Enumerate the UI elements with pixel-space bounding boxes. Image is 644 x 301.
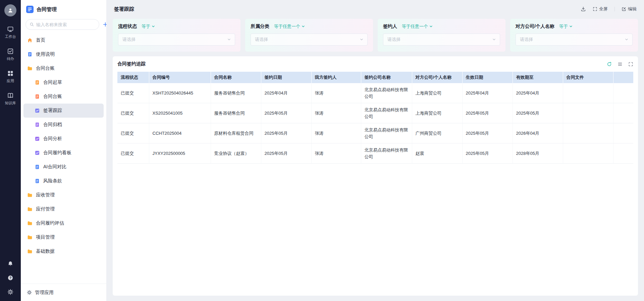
bell-icon[interactable] — [7, 261, 13, 267]
sidebar-item-合同履约评估[interactable]: 合同履约评估 — [23, 216, 104, 230]
filter-label: 所属分类 — [251, 23, 269, 29]
table-cell: 已提交 — [117, 83, 149, 103]
fullscreen-button[interactable]: 全屏 — [593, 6, 608, 12]
search-input[interactable] — [36, 22, 95, 27]
filter-operator[interactable]: 等于 — [142, 23, 155, 29]
sidebar-item-应收管理[interactable]: 应收管理 — [23, 188, 104, 202]
column-header[interactable]: 签约公司名称 — [361, 72, 412, 83]
edit-button[interactable]: 编辑 — [622, 6, 637, 12]
table-row[interactable]: 已提交XSHT202504026445服务器销售合同2025年04月张涛北京易点… — [117, 83, 633, 103]
rail-item-待办[interactable]: 待办 — [7, 48, 14, 61]
doc-icon — [35, 122, 40, 127]
topbar: 签署跟踪 全屏 编辑 — [107, 0, 644, 18]
rail-item-应用[interactable]: 应用 — [7, 70, 14, 83]
knowledge-icon — [7, 92, 14, 99]
sidebar-item-签署跟踪[interactable]: 签署跟踪 — [23, 104, 104, 118]
sidebar-item-合同台账[interactable]: 合同台账 — [23, 89, 104, 104]
home-icon — [27, 38, 33, 43]
table-cell: 张涛 — [311, 103, 361, 123]
sidebar-item-合同起草[interactable]: 合同起草 — [23, 75, 104, 89]
sidebar-item-合同分析[interactable]: 合同分析 — [23, 132, 104, 146]
table-cell — [563, 83, 613, 103]
filter-select[interactable]: 请选择 — [383, 34, 500, 46]
sidebar: 合同管理 首页使用说明合同台账合同起草合同台账签署跟踪合同归档合同分析合同履约看… — [21, 0, 107, 301]
column-header[interactable]: 签约日期 — [261, 72, 311, 83]
filter-select[interactable]: 请选择 — [251, 34, 368, 46]
table-cell: 已提交 — [117, 103, 149, 123]
sidebar-item-合同履约看板[interactable]: 合同履约看板 — [23, 146, 104, 160]
sidebar-item-基础数据[interactable]: 基础数据 — [23, 244, 104, 258]
sidebar-header: 合同管理 — [21, 0, 106, 16]
table-cell: CCHT2025004 — [149, 123, 211, 143]
sidebar-item-首页[interactable]: 首页 — [23, 33, 104, 47]
table-row[interactable]: 已提交JYXY202500005竞业协议（赵震）2025年05月张涛北京易点易动… — [117, 143, 633, 164]
help-icon[interactable]: ? — [7, 275, 13, 281]
table-scroll-area[interactable]: 流程状态合同编号合同名称签约日期我方签约人签约公司名称对方公司/个人名称生效日期… — [117, 72, 633, 292]
table-cell — [563, 143, 613, 164]
table-cell: 张涛 — [311, 123, 361, 143]
column-header[interactable]: 对方公司/个人名称 — [412, 72, 462, 83]
sidebar-item-label: 合同台账 — [36, 65, 55, 71]
user-avatar[interactable] — [4, 4, 16, 16]
sidebar-item-合同台账[interactable]: 合同台账 — [23, 61, 104, 75]
table-cell: 张涛 — [311, 143, 361, 164]
filter-label: 签约人 — [383, 23, 397, 29]
manage-apps-button[interactable]: 管理应用 — [21, 284, 106, 301]
column-header[interactable]: 生效日期 — [462, 72, 513, 83]
sidebar-item-使用说明[interactable]: 使用说明 — [23, 47, 104, 61]
table-row[interactable]: 已提交XS2025041005服务器销售合同2025年05月张涛北京易点易动科技… — [117, 103, 633, 123]
filter-operator[interactable]: 等于任意一个 — [274, 23, 305, 29]
sidebar-item-应付管理[interactable]: 应付管理 — [23, 202, 104, 216]
topbar-actions: 全屏 编辑 — [581, 6, 637, 12]
sidebar-item-label: 应收管理 — [36, 192, 55, 198]
filter-card-3: 对方公司/个人名称 等于 请选择 — [510, 19, 638, 52]
column-header[interactable]: 流程状态 — [117, 72, 149, 83]
gear-icon[interactable] — [7, 289, 13, 295]
table-row[interactable]: 已提交CCHT2025004原材料仓库租赁合同2025年05月张涛北京易点易动科… — [117, 123, 633, 143]
filter-select[interactable]: 请选择 — [118, 34, 235, 46]
filter-operator[interactable]: 等于 — [559, 23, 573, 29]
rail-item-工作台[interactable]: 工作台 — [5, 26, 16, 39]
download-icon[interactable] — [581, 6, 586, 12]
table-cell: 服务器销售合同 — [211, 103, 261, 123]
apps-icon — [7, 70, 14, 77]
filter-operator[interactable]: 等于任意一个 — [402, 23, 433, 29]
rail-bottom: ? — [7, 261, 13, 295]
expand-icon[interactable] — [628, 62, 633, 67]
sidebar-item-label: 首页 — [36, 37, 45, 43]
table-tools — [607, 62, 633, 67]
table-cell: JYXY202500005 — [149, 143, 211, 164]
doc-icon — [27, 52, 33, 57]
sidebar-item-合同归档[interactable]: 合同归档 — [23, 118, 104, 132]
table-cell: 北京易点易动科技有限公司 — [361, 123, 412, 143]
sidebar-item-项目管理[interactable]: 项目管理 — [23, 230, 104, 244]
table-cell: 已提交 — [117, 123, 149, 143]
search-box[interactable] — [25, 19, 99, 30]
column-header[interactable]: 合同名称 — [211, 72, 261, 83]
list-view-icon[interactable] — [618, 62, 623, 67]
rail-item-label: 待办 — [7, 56, 14, 61]
sidebar-item-label: AI合同对比 — [43, 164, 66, 170]
column-header[interactable]: 我方签约人 — [311, 72, 361, 83]
sidebar-item-风险条款[interactable]: 风险条款 — [23, 174, 104, 188]
todo-icon — [7, 48, 14, 55]
sidebar-item-label: 合同分析 — [43, 136, 62, 142]
column-header[interactable]: 合同文件 — [563, 72, 613, 83]
rail-item-label: 工作台 — [5, 34, 16, 39]
table-cell: 2025年04月 — [462, 83, 513, 103]
column-header[interactable]: 合同编号 — [149, 72, 211, 83]
table-cell — [563, 123, 613, 143]
sidebar-item-label: 合同履约看板 — [43, 150, 71, 156]
sidebar-item-AI合同对比[interactable]: AI合同对比 — [23, 160, 104, 174]
refresh-icon[interactable] — [607, 62, 612, 67]
svg-text:?: ? — [9, 276, 11, 280]
rail-item-知识库[interactable]: 知识库 — [5, 92, 16, 106]
filter-label: 流程状态 — [118, 23, 137, 29]
chevron-down-icon — [302, 25, 305, 28]
filter-select[interactable]: 请选择 — [516, 34, 633, 46]
doc-icon — [35, 164, 40, 170]
table-cell: 上海商贸公司 — [412, 83, 462, 103]
column-header[interactable]: 有效期至 — [513, 72, 563, 83]
sidebar-item-label: 合同起草 — [43, 79, 62, 85]
folder-icon — [27, 221, 33, 226]
